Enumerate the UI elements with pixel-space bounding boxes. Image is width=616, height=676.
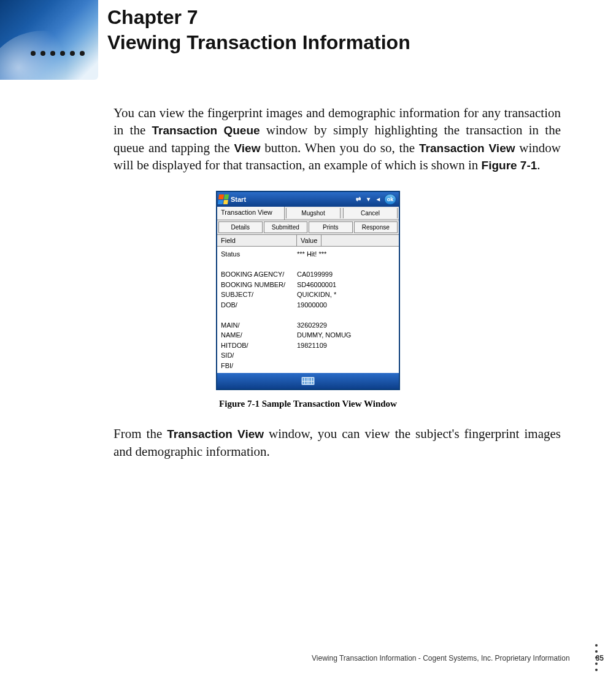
field-key: BOOKING AGENCY/ bbox=[221, 269, 297, 280]
chapter-title: Viewing Transaction Information bbox=[107, 31, 410, 54]
field-key: SID/ bbox=[221, 350, 297, 361]
column-header-field: Field bbox=[217, 235, 297, 246]
field-value bbox=[297, 350, 395, 361]
paragraph-1: You can view the fingerprint images and … bbox=[114, 104, 561, 174]
field-row: MAIN/32602929 bbox=[221, 320, 395, 331]
footer-text: Viewing Transaction Information - Cogent… bbox=[312, 654, 570, 663]
fields-list: Status*** Hit! *** BOOKING AGENCY/CA0199… bbox=[217, 247, 399, 373]
ok-button[interactable]: ok bbox=[384, 194, 396, 205]
field-row bbox=[221, 259, 395, 270]
title-bar: Start ⇄ ▾ ◂ ok bbox=[217, 192, 399, 207]
field-row: BOOKING NUMBER/SD46000001 bbox=[221, 280, 395, 290]
bottom-bar bbox=[217, 373, 399, 389]
decorative-wave-image bbox=[0, 0, 98, 80]
paragraph-2: From the Transaction View window, you ca… bbox=[114, 425, 561, 460]
cancel-button[interactable]: Cancel bbox=[343, 208, 398, 218]
bold-text: View bbox=[234, 142, 260, 155]
field-row: SID/ bbox=[221, 350, 395, 361]
bold-text: Transaction View bbox=[167, 428, 264, 440]
field-value: CA0199999 bbox=[297, 269, 395, 280]
bold-text: Transaction View bbox=[419, 142, 515, 155]
mugshot-button[interactable]: Mugshot bbox=[286, 208, 341, 218]
field-row: FBI/ bbox=[221, 361, 395, 371]
bold-text: Transaction Queue bbox=[152, 124, 260, 137]
field-key: FBI/ bbox=[221, 361, 297, 371]
field-row: BOOKING AGENCY/CA0199999 bbox=[221, 269, 395, 280]
field-key: DOB/ bbox=[221, 300, 297, 310]
tab-submitted[interactable]: Submitted bbox=[264, 221, 308, 233]
field-key: BOOKING NUMBER/ bbox=[221, 280, 297, 290]
volume-icon: ◂ bbox=[374, 196, 382, 203]
field-value: 32602929 bbox=[297, 320, 395, 331]
field-key: Status bbox=[221, 249, 297, 259]
signal-icon: ▾ bbox=[364, 196, 372, 203]
text: . bbox=[537, 158, 540, 172]
tab-prints[interactable]: Prints bbox=[309, 221, 353, 233]
field-row: Status*** Hit! *** bbox=[221, 249, 395, 259]
device-screenshot: Start ⇄ ▾ ◂ ok Transaction View Mugshot … bbox=[216, 191, 400, 390]
field-row: DOB/19000000 bbox=[221, 300, 395, 310]
text: button. When you do so, the bbox=[260, 140, 419, 155]
start-label[interactable]: Start bbox=[231, 196, 246, 203]
tab-response[interactable]: Response bbox=[354, 221, 398, 233]
decorative-vertical-dots bbox=[595, 644, 598, 671]
field-key: MAIN/ bbox=[221, 320, 297, 331]
windows-logo-icon bbox=[218, 194, 229, 204]
chapter-number: Chapter 7 bbox=[107, 6, 410, 29]
keyboard-icon[interactable] bbox=[301, 377, 315, 385]
field-row bbox=[221, 310, 395, 320]
field-row: NAME/DUMMY, NOMUG bbox=[221, 330, 395, 340]
field-key: NAME/ bbox=[221, 330, 297, 340]
field-value: *** Hit! *** bbox=[297, 249, 395, 259]
tab-details[interactable]: Details bbox=[218, 221, 263, 233]
field-key: HITDOB/ bbox=[221, 340, 297, 351]
field-value: SD46000001 bbox=[297, 280, 395, 290]
text: From the bbox=[114, 426, 167, 441]
field-value: DUMMY, NOMUG bbox=[297, 330, 395, 340]
connectivity-icon: ⇄ bbox=[355, 196, 362, 203]
column-header-value: Value bbox=[297, 235, 321, 246]
field-value: QUICKIDN, * bbox=[297, 290, 395, 300]
figure-caption: Figure 7-1 Sample Transaction View Windo… bbox=[219, 399, 397, 409]
field-value: 19000000 bbox=[297, 300, 395, 310]
field-row: HITDOB/19821109 bbox=[221, 340, 395, 351]
field-value bbox=[297, 361, 395, 371]
bold-text: Figure 7-1 bbox=[482, 159, 537, 172]
field-value: 19821109 bbox=[297, 340, 395, 351]
field-row: SUBJECT/QUICKIDN, * bbox=[221, 290, 395, 300]
field-key: SUBJECT/ bbox=[221, 290, 297, 300]
page-footer: Viewing Transaction Information - Cogent… bbox=[0, 654, 609, 663]
window-title: Transaction View bbox=[217, 207, 285, 220]
decorative-dots bbox=[31, 51, 85, 56]
